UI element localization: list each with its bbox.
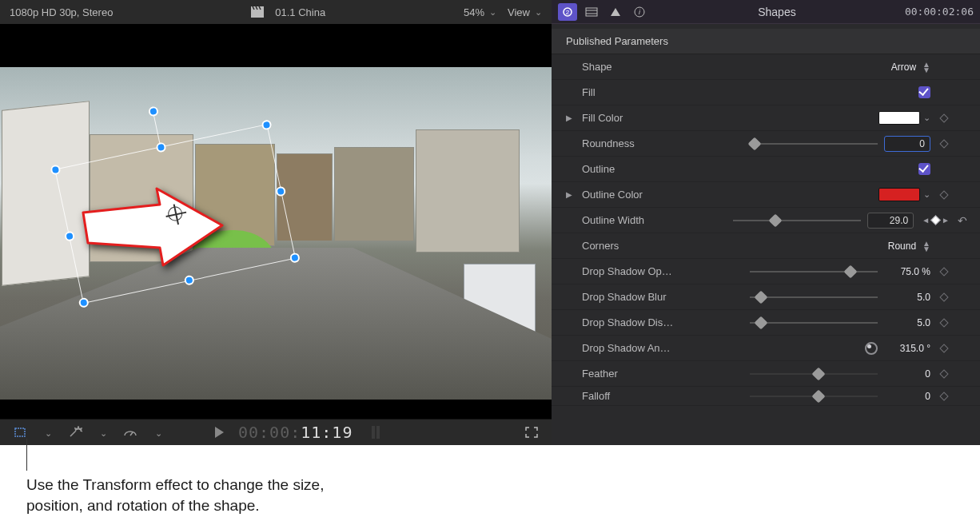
outline-width-slider[interactable] [733, 213, 861, 228]
shape-stepper-icon[interactable]: ▲▼ [922, 62, 930, 73]
outline-color-swatch[interactable] [878, 188, 920, 201]
fill-color-menu[interactable]: ⌄ [923, 113, 930, 123]
viewer-topbar: 1080p HD 30p, Stereo 01.1 China 54% View [0, 0, 552, 24]
outline-color-menu[interactable]: ⌄ [923, 189, 930, 200]
corners-label: Corners [582, 240, 694, 252]
outline-color-disclosure[interactable]: ▶ [566, 190, 574, 199]
section-published-parameters: Published Parameters [552, 29, 980, 54]
param-corners: Corners Round ▲▼ [552, 233, 980, 259]
outline-color-label: Outline Color [582, 189, 694, 201]
param-outline: Outline [552, 157, 980, 182]
ds-distance-value[interactable]: 5.0 [884, 317, 930, 328]
handle-middle-left[interactable] [64, 231, 75, 242]
callout-line1: Use the Transform effect to change the s… [26, 476, 324, 493]
inspector-timecode: 00:00:02:06 [905, 6, 974, 18]
zoom-menu[interactable]: 54% [464, 6, 496, 18]
feather-label: Feather [582, 368, 694, 380]
timecode-bright: 11:19 [301, 423, 353, 442]
retime-button[interactable] [122, 425, 139, 439]
svg-marker-9 [611, 8, 620, 16]
viewer-canvas[interactable] [0, 24, 552, 419]
transform-tool-menu[interactable] [43, 427, 52, 439]
fill-color-disclosure[interactable]: ▶ [566, 113, 574, 122]
ds-opacity-slider[interactable] [750, 264, 878, 279]
retime-menu[interactable] [153, 427, 162, 439]
timecode-display[interactable]: 00:00:11:19 [238, 423, 353, 442]
roundness-keyframe[interactable] [938, 137, 950, 149]
video-inspector-tab[interactable] [582, 3, 601, 21]
ds-angle-keyframe[interactable] [938, 342, 950, 354]
param-ds-opacity: Drop Shadow Op… 75.0 % [552, 259, 980, 284]
outline-checkbox[interactable] [918, 163, 930, 175]
outline-width-reset[interactable]: ↶ [958, 214, 969, 227]
title-inspector-tab[interactable]: 2 [558, 3, 577, 21]
handle-bottom-center[interactable] [184, 275, 195, 286]
ds-blur-slider[interactable] [750, 290, 878, 304]
outline-width-label: Outline Width [582, 214, 694, 226]
ds-distance-slider[interactable] [750, 316, 878, 330]
roundness-slider[interactable] [750, 137, 878, 151]
play-button[interactable] [215, 427, 224, 438]
falloff-slider [750, 389, 878, 404]
inspector-body: Published Parameters Shape Arrow ▲▼ Fill… [552, 24, 980, 406]
roundness-value[interactable]: 0 [884, 136, 930, 152]
inspector-pane: 2 i Shapes 00:00:02:06 Published Paramet… [552, 0, 980, 445]
param-ds-angle: Drop Shadow An… 315.0 ° [552, 336, 980, 361]
handle-top-left[interactable] [50, 164, 61, 175]
corners-stepper-icon[interactable]: ▲▼ [922, 241, 930, 252]
outline-width-value[interactable]: 29.0 [867, 213, 914, 229]
viewer-pane: 1080p HD 30p, Stereo 01.1 China 54% View [0, 0, 552, 445]
enhancements-button[interactable] [66, 425, 84, 439]
fill-color-label: Fill Color [582, 112, 694, 124]
param-falloff: Falloff 0 [552, 387, 980, 406]
handle-top-right[interactable] [261, 119, 272, 130]
ds-angle-dial[interactable] [865, 342, 878, 355]
inspector-title: Shapes [654, 6, 900, 18]
fill-checkbox[interactable] [918, 86, 930, 98]
view-menu[interactable]: View [508, 6, 542, 18]
fullscreen-button[interactable] [523, 425, 540, 439]
ds-blur-value[interactable]: 5.0 [884, 292, 930, 303]
outline-width-keyframe[interactable]: ◄► [922, 216, 950, 225]
rotation-handle[interactable] [148, 105, 159, 117]
clip-name[interactable]: 01.1 China [275, 6, 325, 18]
handle-middle-right[interactable] [275, 185, 286, 197]
handle-top-center[interactable] [155, 141, 166, 153]
param-shape: Shape Arrow ▲▼ [552, 54, 980, 80]
corners-value[interactable]: Round [858, 241, 916, 252]
ds-angle-value[interactable]: 315.0 ° [884, 343, 930, 354]
ds-opacity-value[interactable]: 75.0 % [884, 266, 930, 277]
svg-text:2: 2 [566, 9, 570, 16]
handle-bottom-right[interactable] [289, 253, 301, 264]
inspector-tabs: 2 i Shapes 00:00:02:06 [552, 0, 980, 24]
clapperboard-icon [251, 6, 264, 18]
color-inspector-tab[interactable] [606, 3, 625, 21]
handle-bottom-left[interactable] [78, 297, 90, 308]
svg-rect-2 [15, 428, 25, 436]
feather-slider [750, 367, 878, 381]
param-roundness: Roundness 0 [552, 131, 980, 157]
enhancements-menu[interactable] [98, 427, 107, 439]
shape-value[interactable]: Arrow [858, 62, 916, 73]
param-outline-width: Outline Width 29.0 ◄► ↶ [552, 208, 980, 233]
callout-line2: position, and rotation of the shape. [26, 497, 260, 514]
info-inspector-tab[interactable]: i [630, 3, 649, 21]
falloff-value: 0 [884, 391, 930, 402]
ds-blur-keyframe[interactable] [938, 291, 950, 303]
outline-color-keyframe[interactable] [938, 189, 950, 201]
fill-color-swatch[interactable] [878, 111, 920, 125]
ds-opacity-keyframe[interactable] [938, 265, 950, 277]
fill-color-keyframe[interactable] [938, 112, 950, 124]
feather-value: 0 [884, 368, 930, 380]
anchor-point-handle[interactable] [166, 205, 183, 222]
ds-distance-label: Drop Shadow Dis… [582, 316, 694, 328]
ds-distance-keyframe[interactable] [938, 316, 950, 328]
param-fill: Fill [552, 80, 980, 105]
outline-label: Outline [582, 163, 694, 175]
transform-tool-button[interactable] [11, 425, 29, 439]
ds-opacity-label: Drop Shadow Op… [582, 265, 694, 277]
callout-leader-line [26, 439, 27, 471]
audio-meter-icon [372, 426, 380, 439]
param-ds-distance: Drop Shadow Dis… 5.0 [552, 310, 980, 336]
timecode-dim: 00:00: [238, 423, 301, 442]
